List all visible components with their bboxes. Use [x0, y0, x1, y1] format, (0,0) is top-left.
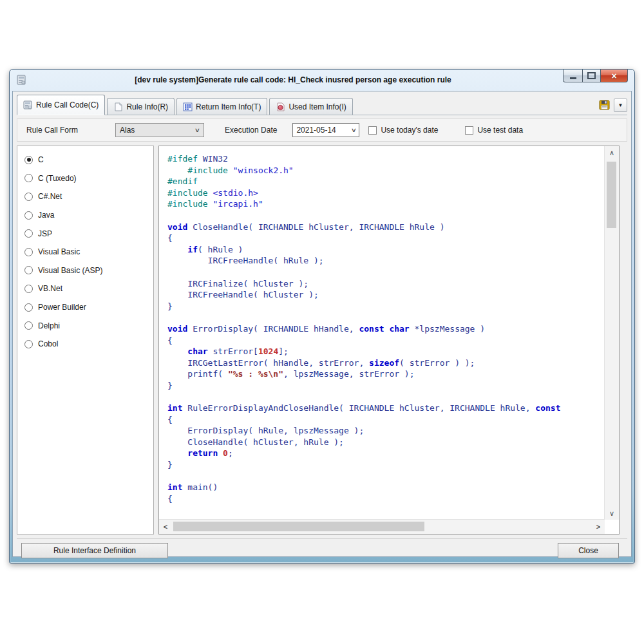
radio-button[interactable] [24, 229, 33, 238]
language-option-label: Delphi [38, 321, 60, 330]
grid-icon [183, 102, 193, 111]
use-todays-date-checkbox[interactable] [368, 126, 377, 135]
titlebar[interactable]: [dev rule system]Generate rule call code… [10, 70, 634, 91]
radio-button[interactable] [24, 340, 33, 348]
code-line: IRCFreeHandle( hRule ); [167, 255, 605, 267]
save-button[interactable] [597, 98, 611, 112]
radio-button[interactable] [24, 193, 33, 201]
radio-button[interactable] [24, 266, 33, 274]
code-line: #include "winsock2.h" [167, 165, 605, 176]
rule-call-form-select[interactable]: Alas ∨ [115, 123, 204, 137]
generated-code-view[interactable]: #ifdef WIN32 #include "winsock2.h"#endif… [159, 146, 605, 520]
language-option-jsp[interactable]: JSP [24, 224, 153, 243]
radio-button[interactable] [24, 303, 33, 312]
scroll-down-icon[interactable]: ∨ [605, 507, 619, 520]
rule-interface-definition-button[interactable]: Rule Interface Definition [21, 543, 168, 558]
tab-used-item-info-i-[interactable]: Used Item Info(I) [269, 98, 352, 115]
tab-label: Rule Info(R) [126, 102, 168, 111]
language-option-vb-net[interactable]: VB.Net [24, 279, 153, 298]
scroll-right-icon[interactable]: > [592, 520, 605, 534]
radio-button[interactable] [24, 156, 33, 164]
close-window-button[interactable]: × [601, 70, 628, 82]
code-panel[interactable]: #ifdef WIN32 #include "winsock2.h"#endif… [158, 146, 620, 535]
language-option-label: JSP [38, 229, 52, 238]
language-option-c[interactable]: C [24, 151, 153, 169]
language-option-power-builder[interactable]: Power Builder [24, 298, 153, 317]
rule-call-form-label: Rule Call Form [26, 126, 78, 135]
scroll-up-icon[interactable]: ∧ [605, 146, 619, 159]
window-title: [dev rule system]Generate rule call code… [35, 70, 551, 91]
tab-list: Rule Call Code(C)Rule Info(R)Return Item… [17, 95, 355, 115]
language-option-label: Power Builder [38, 303, 86, 312]
language-option-visual-basic-asp-[interactable]: Visual Basic (ASP) [24, 261, 153, 280]
language-option-label: VB.Net [38, 284, 62, 293]
language-panel: CC (Tuxedo)C#.NetJavaJSPVisual BasicVisu… [17, 146, 154, 535]
tab-label: Return Item Info(T) [196, 102, 261, 111]
vertical-scrollbar[interactable]: ∧ ∨ [604, 146, 619, 520]
code-line [167, 267, 605, 278]
language-option-label: C#.Net [38, 192, 62, 201]
maximize-icon [587, 72, 596, 79]
window-icon [16, 75, 27, 86]
language-option-label: Visual Basic (ASP) [38, 266, 102, 275]
tab-rule-info-r-[interactable]: Rule Info(R) [107, 98, 175, 115]
code-line [167, 210, 605, 222]
radio-button[interactable] [24, 174, 33, 182]
code-line: void CloseHandle( IRCHANDLE hCluster, IR… [167, 222, 605, 233]
close-button[interactable]: Close [558, 543, 619, 558]
language-list: CC (Tuxedo)C#.NetJavaJSPVisual BasicVisu… [17, 146, 153, 354]
window-controls: × [563, 70, 628, 82]
language-option-label: Java [38, 211, 54, 220]
radio-button[interactable] [24, 211, 33, 220]
language-option-label: C (Tuxedo) [38, 174, 77, 183]
language-option-label: C [38, 155, 44, 164]
execution-date-label: Execution Date [225, 126, 277, 135]
code-line: char strError[1024]; [167, 346, 605, 357]
code-line: #endif [167, 176, 605, 187]
horizontal-scroll-thumb[interactable] [173, 522, 424, 531]
execution-date-picker[interactable]: 2021-05-14 ∨ [292, 123, 359, 137]
use-test-data-checkbox[interactable] [465, 126, 473, 135]
language-option-java[interactable]: Java [24, 206, 153, 225]
footer-separator [17, 538, 627, 539]
close-icon: × [611, 71, 616, 80]
chevron-down-icon: ∨ [350, 127, 356, 133]
use-test-data-label: Use test data [477, 126, 523, 135]
tab-rule-call-code-c-[interactable]: Rule Call Code(C) [17, 95, 105, 115]
form-icon [23, 100, 33, 109]
code-line: #include "ircapi.h" [167, 198, 605, 210]
minimize-button[interactable] [563, 70, 582, 82]
code-line [167, 312, 605, 323]
radio-button[interactable] [24, 321, 33, 330]
language-option-c-net[interactable]: C#.Net [24, 187, 153, 206]
save-options-dropdown-button[interactable]: ▼ [614, 99, 627, 112]
language-option-visual-basic[interactable]: Visual Basic [24, 243, 153, 261]
code-line: CloseHandle( hCluster, hRule ); [167, 437, 605, 448]
document-icon [113, 102, 123, 111]
code-line: { [167, 335, 605, 346]
save-floppy-icon [599, 100, 610, 110]
language-option-delphi[interactable]: Delphi [24, 316, 153, 335]
use-test-data-option: Use test data [465, 126, 523, 135]
code-line: IRCFinalize( hCluster ); [167, 278, 605, 290]
tab-label: Used Item Info(I) [289, 102, 346, 111]
minimize-icon [570, 77, 576, 79]
maximize-button[interactable] [582, 70, 601, 82]
tab-return-item-info-t-[interactable]: Return Item Info(T) [176, 98, 267, 115]
code-line: printf( "%s : %s\n", lpszMessage, strErr… [167, 368, 605, 380]
code-line: return 0; [167, 448, 605, 459]
vertical-scroll-thumb[interactable] [607, 162, 616, 228]
rule-call-form-value: Alas [120, 126, 135, 135]
scroll-left-icon[interactable]: < [159, 520, 172, 534]
radio-button[interactable] [24, 285, 33, 293]
language-option-cobol[interactable]: Cobol [24, 335, 153, 354]
page: { "window": { "title": "[dev rule system… [0, 0, 644, 644]
code-line: } [167, 459, 605, 471]
language-option-c-tuxedo-[interactable]: C (Tuxedo) [24, 169, 153, 188]
language-option-label: Visual Basic [38, 247, 80, 256]
code-line: } [167, 301, 605, 312]
code-line: int RuleErrorDisplayAndCloseHandle( IRCH… [167, 402, 605, 414]
radio-button[interactable] [24, 248, 33, 256]
code-line: { [167, 493, 605, 505]
horizontal-scrollbar[interactable]: < > [159, 519, 605, 534]
